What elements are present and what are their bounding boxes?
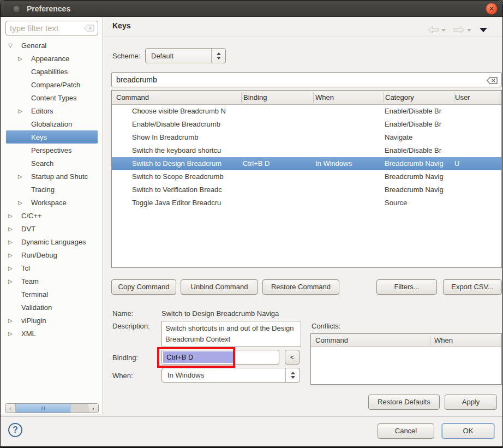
scheme-spinner-icon[interactable] (211, 49, 225, 63)
command-search-input[interactable] (112, 73, 501, 87)
footer-separator (1, 416, 502, 417)
back-icon[interactable] (428, 26, 439, 35)
sidebar-item-team[interactable]: ▷Team (6, 274, 98, 288)
name-value: Switch to Design Breadcrumb Naviga (161, 309, 279, 318)
table-row[interactable]: Switch to Scope BreadcrumbBreadcrumb Nav… (112, 170, 501, 183)
apply-button[interactable]: Apply (445, 395, 497, 410)
view-menu-icon[interactable] (480, 28, 487, 32)
tree-collapsed-icon[interactable]: ▷ (8, 226, 17, 232)
sidebar: ▽General▷AppearanceCapabilitiesCompare/P… (1, 17, 103, 414)
sidebar-item-startup-and-shutc[interactable]: ▷Startup and Shutc (6, 170, 98, 183)
tree-collapsed-icon[interactable]: ▷ (18, 200, 27, 206)
column-header-category[interactable]: Category (385, 91, 414, 104)
sidebar-item-validation[interactable]: Validation (6, 301, 98, 314)
scrollbar-track[interactable] (70, 404, 88, 413)
tree-collapsed-icon[interactable]: ▷ (8, 239, 17, 245)
column-header-binding[interactable]: Binding (243, 91, 267, 104)
binding-reveal-button[interactable]: < (285, 350, 300, 365)
filter-clear-icon[interactable] (84, 25, 94, 33)
close-icon[interactable]: ✕ (486, 3, 498, 15)
conflicts-column-when[interactable]: When (434, 334, 453, 347)
sidebar-item-label: Content Types (31, 94, 77, 102)
tree-collapsed-icon[interactable]: ▷ (8, 265, 17, 271)
column-header-user[interactable]: User (455, 91, 470, 104)
scheme-select[interactable]: Default (145, 48, 226, 63)
sidebar-item-viplugin[interactable]: ▷viPlugin (6, 314, 98, 327)
sidebar-item-search[interactable]: Search (6, 157, 98, 170)
sidebar-item-tcl[interactable]: ▷Tcl (6, 261, 98, 274)
table-row[interactable]: Switch to Verification BreadcBreadcrumb … (112, 183, 501, 196)
sidebar-item-dvt[interactable]: ▷DVT (6, 222, 98, 235)
window-menu-icon[interactable] (13, 5, 21, 13)
help-button[interactable]: ? (8, 423, 22, 437)
description-value: Switch shortcuts in and out of the Desig… (161, 321, 301, 347)
column-header-command[interactable]: Command (116, 91, 149, 104)
export-csv-button[interactable]: Export CSV... (443, 279, 502, 295)
keybindings-table: Command Binding When Category User Choos… (111, 90, 502, 268)
tree-collapsed-icon[interactable]: ▷ (8, 213, 17, 219)
ok-button[interactable]: OK (442, 423, 494, 439)
cell-category: Enable/Disable Br (385, 144, 453, 157)
back-history-chevron-icon[interactable] (441, 29, 446, 32)
cell-command: Choose visible Breadcrumb N (132, 105, 241, 118)
when-spinner-icon[interactable] (285, 368, 300, 382)
tree-collapsed-icon[interactable]: ▷ (8, 318, 17, 324)
sidebar-item-content-types[interactable]: Content Types (6, 91, 98, 104)
forward-history-chevron-icon[interactable] (467, 29, 471, 32)
column-header-when[interactable]: When (315, 91, 334, 104)
sidebar-item-run-debug[interactable]: ▷Run/Debug (6, 248, 98, 261)
sidebar-horizontal-scrollbar[interactable]: ‹ › (5, 403, 99, 413)
search-clear-icon[interactable] (487, 77, 498, 86)
scroll-left-icon[interactable]: ‹ (5, 404, 16, 413)
restore-defaults-button[interactable]: Restore Defaults (368, 395, 440, 410)
command-rows: Choose visible Breadcrumb NEnable/Disabl… (112, 105, 501, 210)
sidebar-item-keys[interactable]: Keys (6, 130, 98, 144)
table-row[interactable]: Switch to Design BreadcrumCtrl+B DIn Win… (112, 157, 501, 170)
sidebar-item-label: XML (21, 330, 36, 338)
table-row[interactable]: Switch the keyboard shortcuEnable/Disabl… (112, 144, 501, 157)
cell-command: Switch the keyboard shortcu (132, 144, 241, 157)
table-row[interactable]: Show In BreadcrumbNavigate (112, 131, 501, 144)
description-label: Description: (112, 322, 150, 330)
scroll-right-icon[interactable]: › (88, 404, 98, 413)
sidebar-item-compare-patch[interactable]: Compare/Patch (6, 78, 98, 91)
sidebar-item-label: Workspace (31, 199, 67, 207)
tree-collapsed-icon[interactable]: ▷ (8, 331, 17, 337)
sidebar-item-xml[interactable]: ▷XML (6, 327, 98, 340)
tree-collapsed-icon[interactable]: ▷ (18, 174, 27, 180)
sidebar-item-c-c-[interactable]: ▷C/C++ (6, 209, 98, 222)
when-value: In Windows (167, 368, 204, 382)
tree-collapsed-icon[interactable]: ▷ (18, 108, 27, 114)
tree-collapsed-icon[interactable]: ▷ (8, 278, 17, 284)
cell-category: Navigate (385, 131, 453, 144)
sidebar-item-appearance[interactable]: ▷Appearance (6, 52, 98, 65)
forward-icon[interactable] (453, 26, 465, 35)
sidebar-item-general[interactable]: ▽General (6, 39, 98, 52)
sidebar-item-terminal[interactable]: Terminal (6, 288, 98, 301)
copy-command-button[interactable]: Copy Command (111, 279, 176, 295)
restore-command-button[interactable]: Restore Command (262, 279, 339, 295)
table-row[interactable]: Choose visible Breadcrumb NEnable/Disabl… (112, 105, 501, 118)
table-row[interactable]: Enable/Disable BreadcrumbEnable/Disable … (112, 118, 501, 131)
sidebar-item-capabilities[interactable]: Capabilities (6, 65, 98, 78)
tree-expanded-icon[interactable]: ▽ (8, 43, 17, 49)
cell-category: Enable/Disable Br (385, 118, 453, 131)
sidebar-item-workspace[interactable]: ▷Workspace (6, 196, 98, 209)
sidebar-item-perspectives[interactable]: Perspectives (6, 144, 98, 157)
sidebar-item-editors[interactable]: ▷Editors (6, 104, 98, 117)
table-row[interactable]: Toggle Java Editor BreadcruSource (112, 196, 501, 210)
binding-field[interactable]: Ctrl+B D (161, 350, 279, 365)
scrollbar-thumb[interactable] (16, 404, 70, 413)
header-separator (104, 37, 502, 37)
cell-category: Breadcrumb Navig (385, 170, 453, 183)
when-select[interactable]: In Windows (161, 368, 300, 383)
conflicts-column-command[interactable]: Command (315, 334, 348, 347)
tree-collapsed-icon[interactable]: ▷ (8, 252, 17, 258)
sidebar-item-dynamic-languages[interactable]: ▷Dynamic Languages (6, 235, 98, 248)
unbind-command-button[interactable]: Unbind Command (181, 279, 258, 295)
cancel-button[interactable]: Cancel (378, 423, 434, 439)
tree-collapsed-icon[interactable]: ▷ (18, 56, 27, 62)
sidebar-item-globalization[interactable]: Globalization (6, 117, 98, 130)
sidebar-item-tracing[interactable]: Tracing (6, 183, 98, 196)
filters-button[interactable]: Filters... (376, 279, 437, 295)
